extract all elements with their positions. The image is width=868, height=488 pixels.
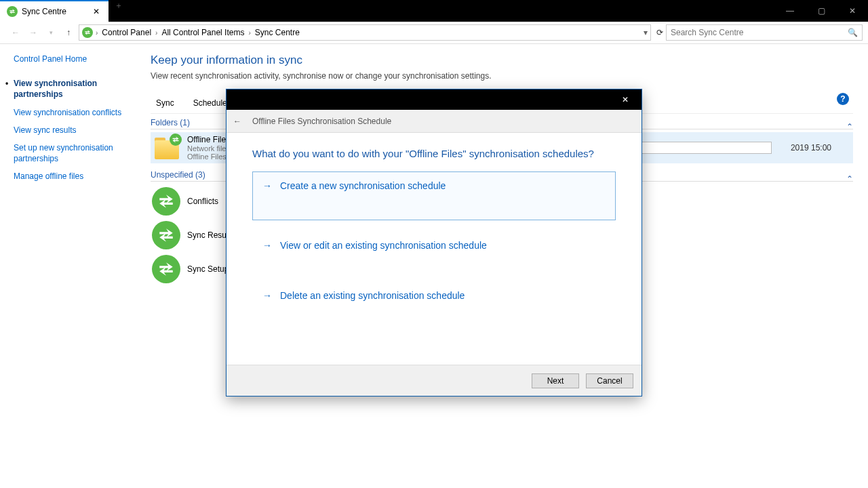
- arrow-right-icon: →: [262, 180, 272, 191]
- dialog-close-icon[interactable]: ✕: [612, 89, 639, 110]
- sidebar-item-setup[interactable]: Set up new synchronisation partnerships: [14, 142, 129, 164]
- arrow-right-icon: →: [262, 240, 272, 251]
- dialog-schedule: ✕ ← Offline Files Synchronisation Schedu…: [226, 89, 642, 396]
- help-icon[interactable]: ?: [837, 93, 849, 105]
- sync-icon: [152, 221, 180, 249]
- next-button[interactable]: Next: [532, 373, 579, 388]
- cancel-button[interactable]: Cancel: [586, 373, 633, 388]
- dialog-titlebar: ✕: [226, 89, 642, 110]
- tab-schedule[interactable]: Schedule: [192, 94, 229, 112]
- sidebar-item-conflicts[interactable]: View synchronisation conflicts: [14, 107, 129, 118]
- tab-sync[interactable]: Sync: [155, 94, 176, 112]
- sync-icon: [170, 134, 182, 146]
- address-bar: ← → ▾ ↑ › Control Panel › All Control Pa…: [0, 22, 868, 44]
- maximize-button[interactable]: ▢: [806, 0, 837, 22]
- chevron-right-icon[interactable]: ›: [248, 29, 250, 37]
- recent-dropdown-icon[interactable]: ▾: [43, 25, 58, 40]
- collapse-caret-icon[interactable]: ⌃: [846, 174, 853, 184]
- crumb-all-items[interactable]: All Control Panel Items: [160, 28, 245, 37]
- tab-title: Sync Centre: [22, 7, 87, 16]
- close-button[interactable]: ✕: [837, 0, 868, 22]
- chevron-right-icon[interactable]: ›: [96, 29, 98, 37]
- dialog-body: What do you want to do with your "Offlin…: [226, 133, 642, 365]
- arrow-right-icon: →: [262, 290, 272, 301]
- dialog-subtitle: Offline Files Synchronisation Schedule: [252, 117, 391, 126]
- sync-icon: [82, 27, 93, 38]
- option-delete-schedule[interactable]: → Delete an existing synchronisation sch…: [252, 281, 616, 315]
- dialog-footer: Next Cancel: [226, 365, 642, 396]
- minimize-button[interactable]: —: [774, 0, 806, 22]
- item-title: Sync Setup: [187, 264, 229, 274]
- window-controls: — ▢ ✕: [774, 0, 868, 22]
- option-label: Create a new synchronisation schedule: [280, 180, 446, 191]
- up-button[interactable]: ↑: [61, 25, 76, 40]
- collapse-caret-icon[interactable]: ⌃: [846, 122, 853, 131]
- refresh-icon[interactable]: ⟳: [656, 28, 663, 37]
- search-input[interactable]: [671, 28, 844, 37]
- sync-icon: [7, 6, 18, 17]
- option-label: View or edit an existing synchronisation…: [280, 240, 487, 251]
- search-icon[interactable]: 🔍: [848, 28, 858, 37]
- search-box[interactable]: 🔍: [666, 24, 863, 41]
- chevron-right-icon[interactable]: ›: [155, 29, 157, 37]
- option-label: Delete an existing synchronisation sched…: [280, 290, 465, 301]
- dialog-back-icon[interactable]: ←: [233, 117, 241, 126]
- page-title: Keep your information in sync: [151, 54, 853, 67]
- sidebar-home[interactable]: Control Panel Home: [14, 54, 129, 64]
- folder-icon: [152, 135, 180, 161]
- sync-icon: [152, 187, 180, 216]
- page-subtitle: View recent synchronisation activity, sy…: [151, 71, 853, 81]
- window-tab[interactable]: Sync Centre ✕: [0, 0, 108, 22]
- tab-close-icon[interactable]: ✕: [91, 7, 102, 16]
- dialog-heading: What do you want to do with your "Offlin…: [252, 148, 616, 159]
- back-button[interactable]: ←: [8, 25, 23, 40]
- sidebar-item-manage-offline[interactable]: Manage offline files: [14, 171, 129, 182]
- title-bar: Sync Centre ✕ ＋ — ▢ ✕: [0, 0, 868, 22]
- breadcrumb[interactable]: › Control Panel › All Control Panel Item…: [79, 24, 651, 41]
- crumb-control-panel[interactable]: Control Panel: [100, 28, 153, 37]
- sync-icon: [152, 255, 180, 283]
- crumb-sync-centre[interactable]: Sync Centre: [254, 28, 301, 37]
- forward-button[interactable]: →: [26, 25, 41, 40]
- sidebar: Control Panel Home View synchronisation …: [0, 44, 136, 488]
- sidebar-item-results[interactable]: View sync results: [14, 125, 129, 136]
- option-view-edit-schedule[interactable]: → View or edit an existing synchronisati…: [252, 231, 616, 265]
- dialog-subbar: ← Offline Files Synchronisation Schedule: [226, 110, 642, 133]
- address-dropdown-icon[interactable]: ▾: [644, 28, 648, 37]
- sidebar-item-partnerships[interactable]: View synchronisation partnerships: [14, 78, 129, 100]
- item-title: Conflicts: [187, 197, 218, 206]
- timestamp-cell: 2019 15:00: [791, 143, 831, 152]
- new-tab-button[interactable]: ＋: [108, 0, 129, 12]
- option-create-schedule[interactable]: → Create a new synchronisation schedule: [252, 171, 616, 220]
